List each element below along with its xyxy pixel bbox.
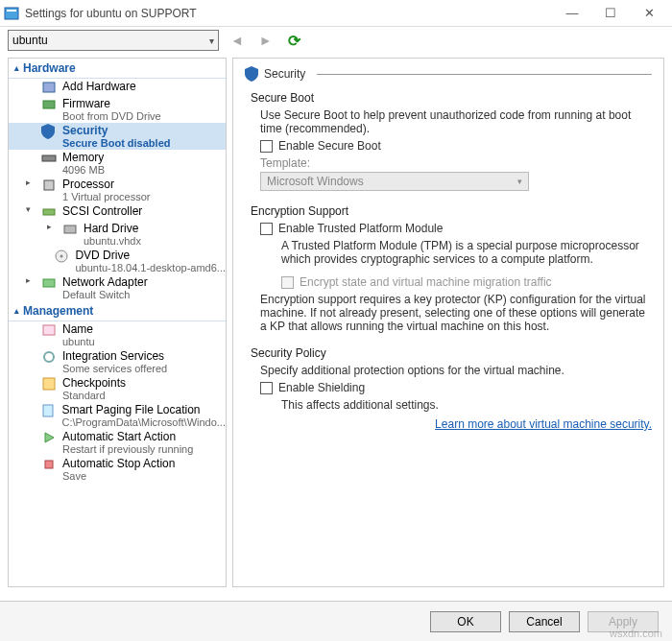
enable-shielding-checkbox[interactable]: Enable Shielding: [260, 381, 652, 394]
svg-rect-6: [43, 209, 55, 215]
section-title: Secure Boot: [251, 91, 652, 105]
policy-description: Specify additional protection options fo…: [260, 364, 652, 377]
tree-item-security[interactable]: Security Secure Boot disabled: [9, 123, 226, 150]
header-rule: [317, 74, 652, 75]
expand-icon[interactable]: ▸: [26, 275, 36, 285]
section-secure-boot: Secure Boot Use Secure Boot to help prev…: [251, 91, 652, 191]
group-hardware[interactable]: ▴ Hardware: [9, 59, 226, 79]
tree-item-network[interactable]: ▸ Network Adapter Default Switch: [9, 274, 226, 301]
section-title: Encryption Support: [251, 204, 652, 218]
learn-more-link[interactable]: Learn more about virtual machine securit…: [260, 417, 652, 431]
vm-selector[interactable]: ubuntu ▾: [8, 30, 219, 51]
apply-button[interactable]: Apply: [588, 611, 659, 632]
checkpoints-icon: [41, 376, 57, 392]
svg-rect-2: [43, 83, 55, 92]
checkbox-box: [260, 140, 273, 153]
tree-item-auto-stop[interactable]: Automatic Stop Action Save: [9, 456, 226, 483]
expand-icon[interactable]: ▸: [26, 178, 36, 187]
memory-icon: [41, 151, 57, 166]
nav-prev-button[interactable]: ◄: [227, 33, 248, 48]
svg-rect-14: [43, 405, 53, 416]
svg-rect-4: [42, 155, 56, 161]
checkbox-box: [260, 223, 273, 235]
maximize-button[interactable]: ☐: [591, 2, 630, 25]
template-select: Microsoft Windows ▾: [260, 172, 529, 191]
hard-drive-icon: [62, 222, 78, 237]
encryption-note: Encryption support requires a key protec…: [260, 293, 652, 333]
checkbox-box: [260, 382, 273, 394]
settings-tree: ▴ Hardware Add Hardware Firmware Boot fr…: [8, 58, 227, 587]
section-security-policy: Security Policy Specify additional prote…: [251, 346, 652, 431]
svg-rect-16: [45, 461, 53, 468]
collapse-icon[interactable]: ▾: [26, 204, 36, 214]
tree-item-scsi[interactable]: ▾ SCSI Controller: [9, 203, 226, 221]
encrypt-state-checkbox: Encrypt state and virtual machine migrat…: [281, 275, 652, 289]
svg-rect-1: [7, 10, 16, 12]
dialog-footer: OK Cancel Apply: [0, 601, 672, 641]
section-encryption: Encryption Support Enable Trusted Platfo…: [251, 204, 652, 333]
collapse-icon: ▴: [14, 306, 19, 316]
template-label: Template:: [260, 156, 652, 170]
shield-icon: [245, 66, 258, 82]
expand-icon[interactable]: ▸: [47, 222, 57, 231]
svg-rect-3: [43, 101, 55, 108]
enable-tpm-checkbox[interactable]: Enable Trusted Platform Module: [260, 222, 652, 235]
tree-item-auto-start[interactable]: Automatic Start Action Restart if previo…: [9, 429, 226, 456]
refresh-button[interactable]: ⟳: [284, 32, 304, 50]
group-management[interactable]: ▴ Management: [9, 301, 226, 321]
name-icon: [41, 322, 57, 338]
secure-boot-description: Use Secure Boot to help prevent unauthor…: [260, 108, 652, 135]
svg-point-12: [44, 352, 54, 362]
tree-item-processor[interactable]: ▸ Processor 1 Virtual processor: [9, 177, 226, 203]
svg-rect-11: [43, 325, 55, 335]
pane-title: Security: [264, 67, 305, 81]
svg-rect-0: [5, 8, 18, 19]
chevron-down-icon: ▾: [517, 177, 522, 186]
toolbar: ubuntu ▾ ◄ ► ⟳: [0, 27, 672, 54]
app-icon: [4, 6, 19, 21]
tree-item-integration[interactable]: Integration Services Some services offer…: [9, 348, 226, 375]
processor-icon: [41, 178, 57, 193]
section-title: Security Policy: [251, 346, 652, 360]
integration-icon: [41, 349, 57, 365]
tree-item-memory[interactable]: Memory 4096 MB: [9, 150, 226, 177]
window-title: Settings for ubuntu on SUPPORT: [25, 7, 553, 20]
firmware-icon: [41, 97, 57, 112]
close-button[interactable]: ✕: [630, 2, 668, 25]
svg-rect-13: [43, 378, 55, 390]
tree-item-dvd-drive[interactable]: DVD Drive ubuntu-18.04.1-desktop-amd6...: [9, 248, 226, 274]
vm-selector-value: ubuntu: [12, 34, 48, 47]
start-action-icon: [41, 430, 57, 445]
detail-pane: Security Secure Boot Use Secure Boot to …: [232, 58, 664, 587]
tpm-description: A Trusted Platform Module (TPM) is a spe…: [281, 239, 652, 266]
svg-marker-15: [45, 433, 54, 442]
collapse-icon: ▴: [14, 63, 19, 73]
svg-rect-7: [64, 226, 76, 233]
cancel-button[interactable]: Cancel: [509, 611, 580, 632]
ok-button[interactable]: OK: [430, 611, 501, 632]
minimize-button[interactable]: —: [553, 2, 591, 25]
chevron-down-icon: ▾: [209, 36, 214, 46]
network-icon: [41, 275, 57, 291]
scsi-icon: [41, 204, 57, 220]
shield-icon: [41, 124, 57, 139]
shielding-affects: This affects additional settings.: [281, 398, 652, 412]
title-bar: Settings for ubuntu on SUPPORT — ☐ ✕: [0, 0, 672, 27]
add-hardware-icon: [41, 80, 57, 95]
stop-action-icon: [41, 457, 57, 472]
svg-rect-10: [43, 279, 55, 287]
paging-icon: [40, 403, 56, 418]
tree-item-add-hardware[interactable]: Add Hardware: [9, 79, 226, 96]
tree-item-name[interactable]: Name ubuntu: [9, 321, 226, 348]
dvd-icon: [54, 249, 69, 264]
checkbox-box: [281, 276, 294, 289]
pane-header: Security: [245, 66, 652, 82]
svg-rect-5: [44, 180, 54, 190]
tree-item-hard-drive[interactable]: ▸ Hard Drive ubuntu.vhdx: [9, 221, 226, 248]
tree-item-smart-paging[interactable]: Smart Paging File Location C:\ProgramDat…: [9, 402, 226, 429]
nav-next-button[interactable]: ►: [255, 33, 276, 48]
tree-item-firmware[interactable]: Firmware Boot from DVD Drive: [9, 96, 226, 123]
svg-point-9: [60, 255, 63, 258]
enable-secure-boot-checkbox[interactable]: Enable Secure Boot: [260, 139, 652, 153]
tree-item-checkpoints[interactable]: Checkpoints Standard: [9, 375, 226, 402]
